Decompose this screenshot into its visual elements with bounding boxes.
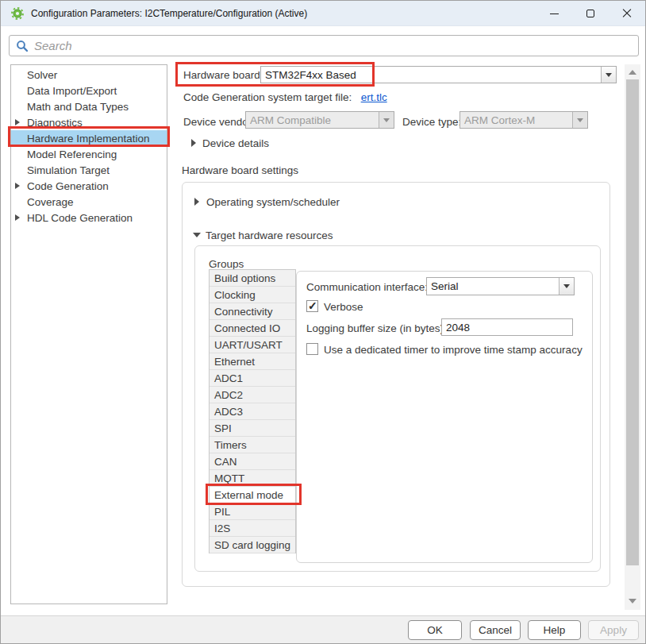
sidebar-item-label: Data Import/Export — [27, 85, 117, 97]
groups-list: Build options Clocking Connectivity Conn… — [209, 269, 296, 553]
group-row-label: ADC1 — [214, 372, 243, 384]
configuration-parameters-dialog: Configuration Parameters: I2CTemperature… — [0, 0, 646, 644]
cancel-button[interactable]: Cancel — [470, 620, 521, 640]
target-resources-label[interactable]: Target hardware resources — [206, 229, 333, 241]
search-icon — [16, 40, 29, 52]
sidebar-item-code-generation[interactable]: Code Generation — [11, 178, 167, 194]
group-row-label: SD card logging — [214, 539, 290, 551]
target-file-row: Code Generation system target file: ert.… — [183, 91, 387, 103]
board-settings-title: Hardware board settings — [182, 164, 298, 176]
verbose-label[interactable]: Verbose — [324, 301, 363, 313]
sidebar-item-coverage[interactable]: Coverage — [11, 194, 167, 210]
group-row-label: UART/USART — [214, 339, 283, 351]
sidebar-item-solver[interactable]: Solver — [11, 67, 167, 83]
group-row-spi[interactable]: SPI — [210, 420, 295, 437]
sidebar-item-simulation-target[interactable]: Simulation Target — [11, 162, 167, 178]
sidebar-item-label: Solver — [27, 69, 57, 81]
external-mode-settings-panel — [296, 271, 593, 563]
search-box — [9, 35, 639, 56]
minimize-button[interactable] — [536, 1, 572, 26]
group-row-external-mode[interactable]: External mode — [210, 487, 295, 503]
ok-button[interactable]: OK — [408, 620, 462, 640]
device-type-combo: ARM Cortex-M — [460, 111, 588, 129]
group-row-clocking[interactable]: Clocking — [210, 287, 295, 303]
sidebar-item-diagnostics[interactable]: Diagnostics — [11, 114, 167, 130]
device-details-expand-icon[interactable] — [191, 139, 196, 147]
group-row-mqtt[interactable]: MQTT — [210, 470, 295, 487]
group-row-label: Build options — [214, 272, 275, 284]
group-row-pil[interactable]: PIL — [210, 503, 295, 520]
verbose-checkbox[interactable] — [306, 300, 318, 312]
group-row-label: Ethernet — [214, 356, 255, 368]
group-row-timers[interactable]: Timers — [210, 437, 295, 453]
os-scheduler-expand-icon[interactable] — [194, 198, 199, 206]
scroll-down-icon[interactable] — [629, 599, 636, 604]
group-row-label: SPI — [214, 422, 232, 434]
sidebar-item-label: HDL Code Generation — [27, 212, 133, 224]
group-row-adc2[interactable]: ADC2 — [210, 387, 295, 403]
device-type-label: Device type: — [402, 116, 461, 128]
group-row-uart-usart[interactable]: UART/USART — [210, 337, 295, 353]
apply-button: Apply — [588, 620, 639, 640]
chevron-down-icon — [379, 112, 394, 128]
group-row-adc3[interactable]: ADC3 — [210, 403, 295, 420]
group-row-connectivity[interactable]: Connectivity — [210, 303, 295, 320]
help-button[interactable]: Help — [528, 620, 581, 640]
sidebar-item-label: Code Generation — [27, 180, 109, 192]
device-vendor-label: Device vendor: — [183, 116, 255, 128]
group-row-label: Connectivity — [214, 306, 273, 318]
os-scheduler-label[interactable]: Operating system/scheduler — [206, 196, 340, 208]
maximize-button[interactable] — [572, 1, 609, 26]
group-row-connected-io[interactable]: Connected IO — [210, 320, 295, 337]
group-row-build-options[interactable]: Build options — [210, 270, 295, 287]
group-row-label: PIL — [214, 506, 230, 518]
chevron-down-icon[interactable] — [601, 67, 616, 83]
group-row-label: I2S — [214, 523, 230, 534]
group-row-label: External mode — [214, 489, 283, 501]
hardware-board-value: STM32F4xx Based — [261, 67, 601, 83]
vertical-scrollbar[interactable] — [625, 64, 640, 610]
scroll-up-icon[interactable] — [629, 70, 636, 75]
title-bar: Configuration Parameters: I2CTemperature… — [1, 1, 645, 26]
group-row-label: Clocking — [214, 289, 256, 301]
dedicated-timer-label[interactable]: Use a dedicated timer to improve time st… — [324, 344, 583, 356]
group-row-can[interactable]: CAN — [210, 453, 295, 470]
group-row-i2s[interactable]: I2S — [210, 520, 295, 537]
comm-interface-value: Serial — [427, 278, 559, 295]
sidebar-item-hardware-implementation[interactable]: Hardware Implementation — [11, 130, 167, 146]
chevron-down-icon — [572, 112, 587, 128]
sidebar-item-label: Simulation Target — [27, 164, 110, 176]
device-details-label[interactable]: Device details — [202, 137, 269, 149]
expand-arrow-icon[interactable] — [15, 119, 20, 125]
group-row-label: Timers — [214, 439, 247, 451]
maximize-icon — [586, 10, 594, 17]
group-row-adc1[interactable]: ADC1 — [210, 370, 295, 387]
sidebar-item-data-import-export[interactable]: Data Import/Export — [11, 83, 167, 98]
sidebar-item-math-and-data-types[interactable]: Math and Data Types — [11, 98, 167, 114]
buffer-size-input[interactable] — [441, 318, 573, 336]
chevron-down-icon[interactable] — [559, 278, 574, 295]
sidebar-item-model-referencing[interactable]: Model Referencing — [11, 146, 167, 162]
group-row-ethernet[interactable]: Ethernet — [210, 353, 295, 370]
dedicated-timer-checkbox[interactable] — [306, 343, 318, 355]
expand-arrow-icon[interactable] — [15, 214, 20, 221]
buffer-size-label: Logging buffer size (in bytes): — [306, 322, 447, 334]
comm-interface-combo[interactable]: Serial — [426, 277, 575, 295]
device-vendor-value: ARM Compatible — [246, 112, 379, 128]
scrollbar-thumb[interactable] — [626, 79, 639, 565]
group-row-label: ADC3 — [214, 406, 243, 418]
device-vendor-combo: ARM Compatible — [245, 111, 394, 129]
expand-arrow-icon[interactable] — [15, 183, 20, 189]
group-row-sd-card-logging[interactable]: SD card logging — [210, 537, 295, 553]
sidebar-item-hdl-code-generation[interactable]: HDL Code Generation — [11, 210, 167, 226]
search-input[interactable] — [34, 37, 638, 55]
sidebar-item-label: Coverage — [27, 196, 74, 208]
close-icon — [622, 9, 632, 18]
target-resources-collapse-icon[interactable] — [193, 233, 201, 237]
target-file-label: Code Generation system target file: — [183, 91, 352, 103]
hardware-board-combo[interactable]: STM32F4xx Based — [260, 66, 617, 83]
close-button[interactable] — [609, 1, 645, 26]
target-file-link[interactable]: ert.tlc — [361, 91, 387, 103]
sidebar-item-label: Math and Data Types — [27, 101, 129, 113]
group-row-label: CAN — [214, 456, 237, 468]
